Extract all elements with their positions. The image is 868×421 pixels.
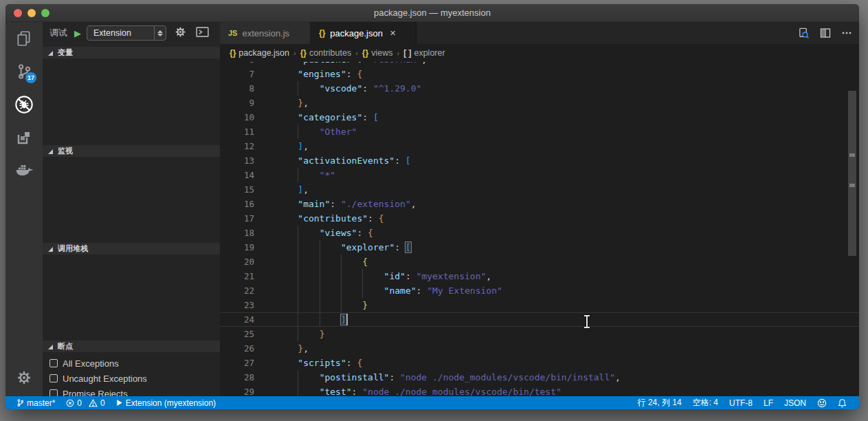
- indent-guide: [341, 283, 342, 298]
- scrollbar-decoration: [849, 153, 855, 157]
- code-line-15: 15],: [220, 182, 859, 197]
- indent-guide: [298, 240, 298, 255]
- indent-guide: [298, 81, 298, 96]
- encoding-status[interactable]: UTF-8: [724, 396, 758, 409]
- activity-bar: 17: [5, 22, 43, 396]
- section-header[interactable]: 断点: [43, 341, 220, 352]
- indentation-status[interactable]: 空格: 4: [687, 396, 724, 409]
- code-line-13: 13"activationEvents": [: [220, 153, 859, 168]
- line-number[interactable]: 7: [224, 67, 254, 81]
- git-branch-status[interactable]: master*: [11, 396, 60, 409]
- extensions-icon[interactable]: [5, 121, 43, 154]
- line-number[interactable]: 9: [224, 96, 254, 110]
- section-header[interactable]: 变量: [43, 47, 220, 58]
- code-line-17: 17"contributes": {: [220, 211, 859, 226]
- breadcrumb-item[interactable]: [ ]explorer: [403, 48, 445, 58]
- cursor-position-status[interactable]: 行 24, 列 14: [632, 396, 687, 409]
- open-changes-icon[interactable]: [798, 28, 810, 39]
- indent-guide: [320, 255, 320, 269]
- more-actions-icon[interactable]: [841, 28, 852, 39]
- indent-guide: [298, 255, 298, 269]
- docker-icon[interactable]: [5, 154, 43, 187]
- expanded-twistie-icon: [48, 345, 53, 349]
- line-number[interactable]: 27: [224, 356, 254, 370]
- line-number[interactable]: 17: [224, 211, 254, 226]
- line-number[interactable]: 11: [224, 125, 254, 139]
- line-number[interactable]: 26: [224, 341, 254, 356]
- source-control-icon[interactable]: 17: [5, 55, 43, 88]
- code-line-6: 6"publisher": "rebornix",: [220, 62, 859, 67]
- section-header[interactable]: 监视: [43, 145, 220, 157]
- code-line-28: 28"postinstall": "node ./node_modules/vs…: [220, 370, 859, 385]
- debug-icon[interactable]: [5, 88, 43, 121]
- indent-guide: [320, 283, 320, 298]
- symbol-icon: {}: [300, 48, 307, 58]
- breadcrumb-item[interactable]: {}contributes: [300, 48, 352, 58]
- editor-group: JSextension.js{}package.json✕ {}package.…: [220, 22, 859, 396]
- notifications-bell[interactable]: [832, 396, 852, 409]
- line-number[interactable]: 6: [224, 62, 254, 67]
- tab-package.json[interactable]: {}package.json✕: [311, 22, 416, 44]
- line-number[interactable]: 10: [224, 110, 254, 125]
- split-editor-icon[interactable]: [820, 28, 831, 39]
- brace-file-icon: {}: [319, 28, 325, 38]
- indent-guide: [298, 283, 298, 298]
- configure-launch-gear-icon[interactable]: [175, 26, 186, 41]
- tab-label: package.json: [330, 28, 383, 39]
- tab-extension.js[interactable]: JSextension.js: [220, 22, 311, 44]
- vertical-scrollbar[interactable]: [848, 91, 856, 256]
- debug-configuration-dropdown[interactable]: Extension: [87, 25, 166, 41]
- code-line-12: 12],: [220, 139, 859, 153]
- eol-status[interactable]: LF: [758, 396, 779, 409]
- line-number[interactable]: 19: [224, 240, 254, 255]
- symbol-icon: [ ]: [403, 48, 411, 58]
- indent-guide: [298, 168, 298, 182]
- breadcrumb-item[interactable]: {}package.json: [230, 48, 289, 58]
- line-number[interactable]: 22: [224, 283, 254, 298]
- code-line-7: 7"engines": {: [220, 67, 859, 81]
- breadcrumb: {}package.json›{}contributes›{}views›[ ]…: [220, 44, 859, 62]
- line-number[interactable]: 25: [224, 327, 254, 341]
- indent-guide: [362, 283, 363, 298]
- indent-guide: [298, 226, 298, 240]
- language-mode-status[interactable]: JSON: [779, 396, 812, 409]
- line-number[interactable]: 18: [224, 226, 254, 240]
- breakpoint-row[interactable]: All Exceptions: [43, 356, 220, 371]
- line-number[interactable]: 20: [224, 255, 254, 269]
- line-number[interactable]: 15: [224, 182, 254, 197]
- line-number[interactable]: 23: [224, 298, 254, 312]
- line-number[interactable]: 13: [224, 153, 254, 168]
- section-header[interactable]: 调用堆栈: [43, 243, 220, 255]
- checkbox: [49, 374, 58, 382]
- expanded-twistie-icon: [48, 51, 53, 56]
- line-number[interactable]: 14: [224, 168, 254, 182]
- code-line-16: 16"main": "./extension",: [220, 197, 859, 211]
- code-line-26: 26},: [220, 341, 859, 356]
- line-number[interactable]: 16: [224, 197, 254, 211]
- start-debug-button[interactable]: ▶: [74, 28, 81, 39]
- code-line-19: 19"explorer": [: [220, 240, 859, 255]
- code-line-14: 14"*": [220, 168, 859, 182]
- debug-launch-status[interactable]: Extension (myextension): [111, 396, 221, 409]
- line-number[interactable]: 28: [224, 370, 254, 385]
- debug-sidebar: 调试 ▶ Extension 变量监视调用堆栈断点All ExceptionsU…: [43, 22, 220, 396]
- code-line-10: 10"categories": [: [220, 110, 859, 125]
- explorer-icon[interactable]: [5, 22, 43, 55]
- line-number[interactable]: 21: [224, 269, 254, 283]
- section-body: [43, 58, 220, 145]
- line-number[interactable]: 12: [224, 139, 254, 153]
- close-tab-icon[interactable]: ✕: [390, 29, 396, 38]
- code-editor[interactable]: 6"publisher": "rebornix",7"engines": {8"…: [220, 62, 859, 396]
- feedback-smiley[interactable]: [812, 396, 832, 409]
- line-number[interactable]: 24: [224, 312, 254, 327]
- breakpoint-row[interactable]: Uncaught Exceptions: [43, 371, 220, 386]
- line-number[interactable]: 8: [224, 81, 254, 96]
- debug-console-icon[interactable]: [196, 27, 209, 40]
- vscode-window: package.json — myextension 17 调试 ▶ Exten: [5, 4, 859, 409]
- code-line-23: 23}: [220, 298, 859, 312]
- settings-gear-icon[interactable]: [5, 363, 43, 392]
- problems-status[interactable]: 00: [60, 396, 110, 409]
- breadcrumb-item[interactable]: {}views: [362, 48, 393, 58]
- line-number[interactable]: 29: [224, 385, 254, 396]
- indent-guide: [298, 125, 298, 139]
